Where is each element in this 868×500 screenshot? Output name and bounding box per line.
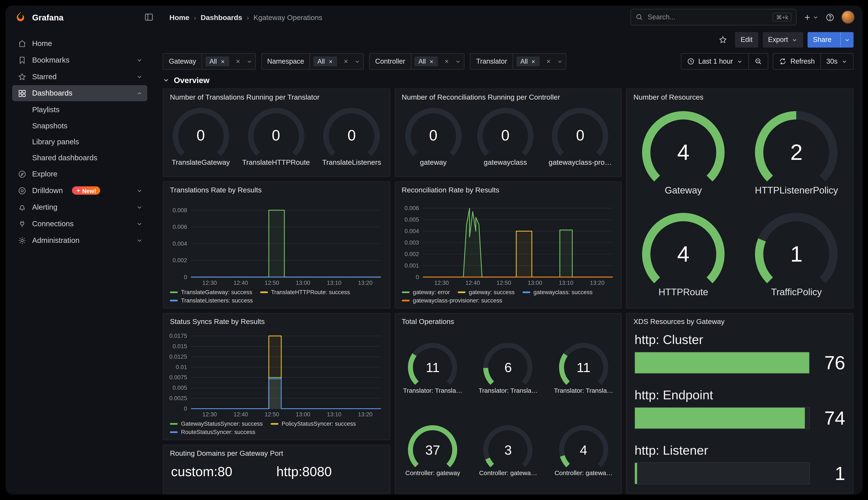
legend-item[interactable]: TranslateGateway: success: [170, 289, 252, 295]
export-button[interactable]: Export: [763, 32, 803, 48]
time-range-picker[interactable]: Last 1 hour: [681, 54, 748, 69]
panel-title[interactable]: Translations Rate by Results: [163, 182, 389, 195]
chevron-down-icon: [841, 58, 847, 65]
filter-clear-icon[interactable]: [232, 58, 243, 64]
breadcrumb-dashboards[interactable]: Dashboards: [201, 13, 242, 21]
new-badge: New!: [72, 186, 100, 195]
help-icon[interactable]: [825, 12, 835, 22]
series-color-mark: [260, 291, 268, 293]
chevron-down-icon[interactable]: [136, 57, 143, 63]
grafana-logo[interactable]: [14, 11, 27, 23]
filter-clear-icon[interactable]: [340, 58, 351, 64]
filter-clear-icon[interactable]: [441, 58, 452, 64]
gauge: 37: [408, 425, 458, 475]
sidebar-item-dashboards[interactable]: Dashboards: [12, 85, 147, 101]
series-color-mark: [522, 291, 530, 293]
sidebar-item-drilldown[interactable]: Drilldown New!: [12, 182, 147, 198]
filter-namespace[interactable]: Namespace All: [261, 53, 364, 70]
sidebar-toggle-icon[interactable]: [144, 12, 154, 22]
filter-controller[interactable]: Controller All: [369, 53, 465, 70]
chevron-down-icon: [737, 58, 743, 65]
sidebar-item-connections[interactable]: Connections: [12, 216, 147, 231]
chevron-down-icon[interactable]: [351, 58, 363, 65]
filter-clear-icon[interactable]: [543, 58, 554, 64]
sidebar-item-home[interactable]: Home: [12, 35, 147, 51]
gauge-cell: 0 gatewayclass-pro…: [549, 107, 612, 166]
gauge-cell: 37 Controller: gateway: [405, 425, 460, 476]
panel-title[interactable]: Routing Domains per Gateway Port: [163, 445, 389, 458]
chevron-down-icon[interactable]: [452, 58, 464, 65]
gauge-value: 0: [172, 107, 230, 164]
panel-title[interactable]: XDS Resources by Gateway: [627, 314, 853, 327]
bar-value: 1: [817, 463, 845, 484]
dashboard-toolbar: Edit Export Share: [163, 29, 854, 51]
time-series-chart[interactable]: 00.0020.0040.0060.00812:3012:4012:5013:0…: [166, 196, 385, 287]
zoom-out-button[interactable]: [748, 54, 768, 69]
sidebar-item-explore[interactable]: Explore: [12, 166, 147, 182]
panel-title[interactable]: Total Operations: [395, 314, 621, 327]
stat-value: http:8080: [276, 464, 381, 494]
legend-item[interactable]: RouteStatusSyncer: success: [170, 429, 255, 435]
filter-value-chip[interactable]: All: [205, 56, 229, 66]
sidebar-item-administration[interactable]: Administration: [12, 232, 147, 248]
svg-text:13:20: 13:20: [358, 280, 372, 286]
sidebar-item-bookmarks[interactable]: Bookmarks: [12, 52, 147, 68]
sidebar-item-shared-dashboards[interactable]: Shared dashboards: [12, 150, 147, 166]
refresh-button[interactable]: Refresh: [774, 54, 820, 69]
chevron-down-icon[interactable]: [136, 220, 143, 227]
share-button[interactable]: Share: [808, 32, 854, 48]
search-input[interactable]: [648, 13, 768, 21]
panel-title[interactable]: Number of Resources: [627, 89, 853, 102]
sidebar-item-alerting[interactable]: Alerting: [12, 199, 147, 215]
favorite-star-icon[interactable]: [715, 32, 731, 48]
breadcrumb-home[interactable]: Home: [169, 13, 189, 21]
filter-value-chip[interactable]: All: [415, 56, 438, 66]
new-menu-button[interactable]: [803, 13, 819, 21]
legend-item[interactable]: TranslateHTTPRoute: success: [260, 289, 350, 295]
time-series-chart[interactable]: 00.0010.0020.0030.0040.0050.00612:3012:4…: [397, 196, 617, 287]
user-avatar[interactable]: [841, 10, 855, 24]
chevron-up-icon[interactable]: [136, 90, 143, 96]
legend-item[interactable]: gatewayclass: success: [522, 289, 592, 295]
panel-title[interactable]: Number of Translations Running per Trans…: [163, 89, 389, 102]
svg-text:0.003: 0.003: [404, 239, 419, 246]
share-menu-caret[interactable]: [840, 32, 854, 48]
panel-title[interactable]: Status Syncs Rate by Results: [163, 314, 389, 327]
bar-label: http: Listener: [634, 443, 845, 458]
panel-title[interactable]: Reconciliation Rate by Results: [395, 182, 621, 195]
bar-fill: [635, 463, 637, 484]
chevron-down-icon[interactable]: [136, 187, 143, 194]
legend-item[interactable]: GatewayStatusSyncer: success: [170, 420, 263, 427]
panel-title[interactable]: Number of Reconciliations Running per Co…: [395, 89, 621, 102]
filter-value-chip[interactable]: All: [516, 56, 540, 66]
legend-item[interactable]: TranslateListeners: success: [170, 297, 253, 304]
sidebar-item-library-panels[interactable]: Library panels: [12, 134, 147, 149]
chevron-down-icon[interactable]: [243, 58, 255, 65]
panel-status-syncs-rate: Status Syncs Rate by Results 00.00250.00…: [163, 313, 390, 440]
grid-column: Number of Reconciliations Running per Co…: [394, 89, 622, 495]
filter-value-chip[interactable]: All: [313, 56, 337, 66]
row-overview-toggle[interactable]: Overview: [163, 72, 854, 89]
gauge-value: 0: [404, 107, 462, 164]
gauge: 11: [558, 342, 609, 393]
plug-icon: [18, 219, 27, 228]
chevron-down-icon[interactable]: [136, 204, 143, 210]
chevron-down-icon[interactable]: [136, 73, 143, 80]
legend-item[interactable]: gatewayclass-provisioner: success: [402, 297, 502, 304]
chevron-down-icon[interactable]: [136, 237, 143, 243]
edit-button[interactable]: Edit: [735, 32, 758, 48]
sidebar-item-starred[interactable]: Starred: [12, 69, 147, 84]
legend-item[interactable]: gateway: success: [458, 289, 514, 295]
search-box[interactable]: ⌘+k: [631, 9, 797, 25]
filter-translator[interactable]: Translator All: [470, 53, 566, 70]
refresh-interval-picker[interactable]: 30s: [820, 54, 853, 69]
filter-gateway[interactable]: Gateway All: [163, 53, 256, 70]
sidebar-item-label: Bookmarks: [32, 56, 69, 64]
legend-item[interactable]: gateway: error: [402, 289, 450, 295]
bar-gauge-body: http: Cluster 76 http: Endpoint: [627, 327, 853, 494]
sidebar-item-snapshots[interactable]: Snapshots: [12, 118, 147, 133]
sidebar-item-playlists[interactable]: Playlists: [12, 102, 147, 117]
legend-item[interactable]: PolicyStatusSyncer: success: [270, 420, 356, 427]
time-series-chart[interactable]: 00.00250.0050.00750.010.01250.0150.01751…: [166, 328, 385, 419]
chevron-down-icon[interactable]: [554, 58, 566, 65]
